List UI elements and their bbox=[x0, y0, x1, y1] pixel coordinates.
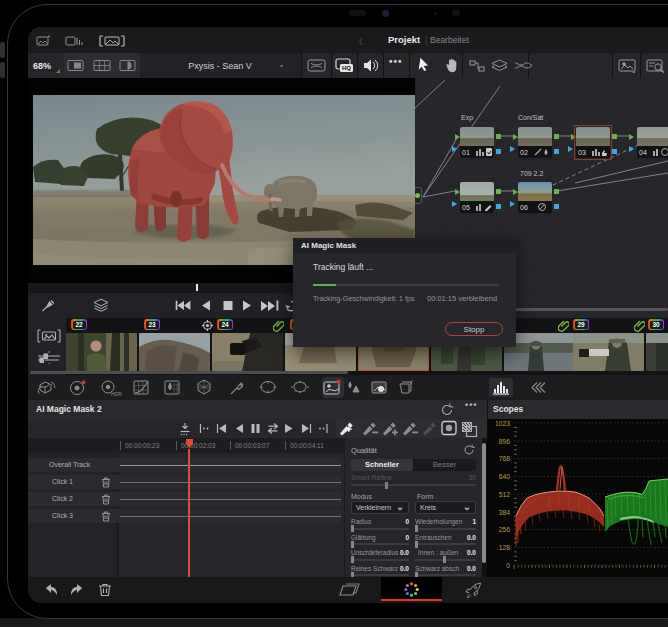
svg-text:896: 896 bbox=[499, 438, 511, 445]
svg-text:HQ: HQ bbox=[342, 65, 351, 71]
svg-text:384: 384 bbox=[499, 509, 511, 516]
svg-text:256: 256 bbox=[499, 526, 511, 533]
svg-text:HDR: HDR bbox=[111, 391, 122, 397]
svg-text:128: 128 bbox=[499, 544, 511, 551]
svg-text:1023: 1023 bbox=[495, 420, 510, 427]
svg-text:0: 0 bbox=[506, 562, 510, 569]
svg-text:512: 512 bbox=[499, 491, 511, 498]
svg-text:768: 768 bbox=[499, 455, 511, 462]
svg-text:640: 640 bbox=[499, 473, 511, 480]
